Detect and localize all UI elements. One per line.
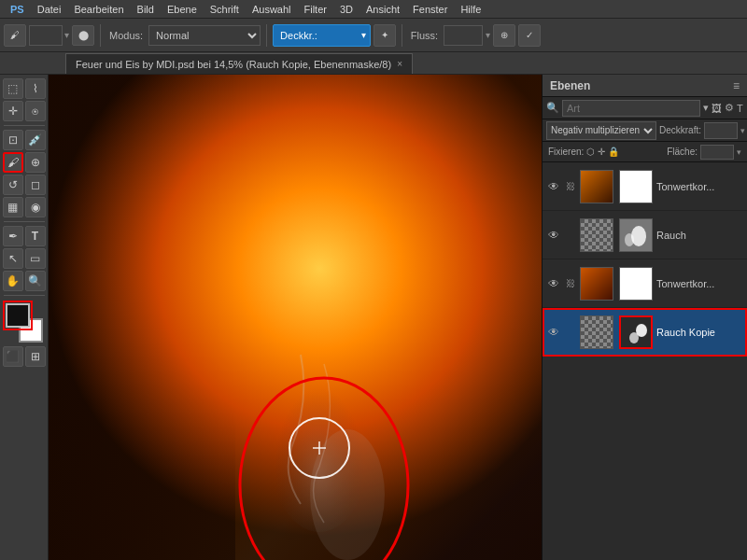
layer-item-rauch-kopie[interactable]: 👁 Rauch Kopie bbox=[543, 308, 747, 357]
tool-row-1: ⬚ ⌇ bbox=[3, 78, 46, 99]
menu-schrift[interactable]: Schrift bbox=[204, 0, 246, 19]
color-box-container bbox=[4, 303, 45, 343]
fix-icon-3[interactable]: 🔒 bbox=[608, 147, 619, 157]
layer-visibility-2[interactable]: 👁 bbox=[546, 228, 561, 243]
shape-tool[interactable]: ▭ bbox=[25, 248, 46, 269]
brush-size-input[interactable]: 597 bbox=[29, 25, 63, 46]
deckkraft-label: Deckkraft: bbox=[659, 125, 701, 135]
layer-name-1: Tonwertkor... bbox=[656, 181, 743, 192]
blur-tool[interactable]: ◉ bbox=[25, 197, 46, 217]
layers-icon-1[interactable]: 🖼 bbox=[712, 103, 722, 114]
tool-row-5: ↺ ◻ bbox=[3, 175, 46, 195]
menu-bild[interactable]: Bild bbox=[131, 0, 161, 19]
clone-tool[interactable]: ⊕ bbox=[25, 152, 46, 173]
layer-thumb-4 bbox=[580, 315, 613, 349]
fix-icon-1[interactable]: ⬡ bbox=[586, 147, 595, 157]
layers-blend-mode-select[interactable]: Negativ multiplizieren Normal Multiplizi… bbox=[546, 121, 656, 140]
tool-row-4: 🖌 ⊕ bbox=[3, 152, 46, 173]
layers-filter-icon[interactable]: ▾ bbox=[703, 102, 709, 114]
deckkraft-input[interactable]: 100% bbox=[322, 25, 359, 46]
hand-tool[interactable]: ✋ bbox=[3, 271, 23, 291]
menu-filter[interactable]: Filter bbox=[298, 0, 333, 19]
layer-name-4: Rauch Kopie bbox=[656, 327, 743, 338]
tool-row-2: ✛ ⍟ bbox=[3, 101, 46, 121]
fluss-input[interactable]: 100% bbox=[444, 25, 483, 46]
gradient-tool[interactable]: ▦ bbox=[3, 197, 23, 217]
fixieren-label: Fixieren: bbox=[548, 147, 584, 157]
layers-search-input[interactable] bbox=[562, 100, 700, 117]
menu-ebene[interactable]: Ebene bbox=[161, 0, 204, 19]
layers-icon-2[interactable]: ⚙ bbox=[725, 102, 734, 114]
eraser-tool[interactable]: ◻ bbox=[25, 175, 46, 195]
brush-preset-button[interactable]: ⬤ bbox=[72, 25, 94, 46]
pen-tool[interactable]: ✒ bbox=[3, 226, 23, 246]
layer-mask-thumb-2 bbox=[619, 218, 653, 252]
svg-point-3 bbox=[310, 429, 385, 560]
zoom-tool[interactable]: 🔍 bbox=[25, 271, 46, 291]
layer-mask-thumb-1 bbox=[619, 170, 653, 203]
toolbar: 🖌 597 ▾ ⬤ Modus: Normal Aufhellen Abdunk… bbox=[0, 19, 747, 52]
layer-visibility-4[interactable]: 👁 bbox=[546, 325, 561, 340]
flache-label: Fläche: bbox=[667, 147, 698, 157]
document-tab[interactable]: Feuer und Eis by MDI.psd bei 14,5% (Rauc… bbox=[65, 53, 413, 74]
menu-fenster[interactable]: Fenster bbox=[406, 0, 454, 19]
mask-mode-btn[interactable]: ⬛ bbox=[3, 346, 23, 367]
flache-input[interactable]: 100% bbox=[700, 145, 734, 160]
eyedropper-tool[interactable]: 💉 bbox=[25, 130, 46, 150]
menu-bearbeiten[interactable]: Bearbeiten bbox=[67, 0, 130, 19]
svg-point-9 bbox=[631, 226, 646, 246]
menu-hilfe[interactable]: Hilfe bbox=[454, 0, 487, 19]
lasso-tool[interactable]: ⌇ bbox=[25, 78, 46, 99]
layer-info-4: Rauch Kopie bbox=[656, 327, 743, 338]
toolbox: ⬚ ⌇ ✛ ⍟ ⊡ 💉 🖌 ⊕ ↺ ◻ ▦ ◉ ✒ T ↖ bbox=[0, 75, 49, 560]
magic-wand-tool[interactable]: ⍟ bbox=[25, 101, 46, 121]
layer-name-3: Tonwertkor... bbox=[656, 278, 743, 289]
tool-sep-2 bbox=[4, 221, 45, 222]
fix-icon-2[interactable]: ✛ bbox=[598, 147, 605, 157]
tool-row-9: ✋ 🔍 bbox=[3, 271, 46, 291]
svg-point-10 bbox=[625, 233, 634, 246]
layer-visibility-1[interactable]: 👁 bbox=[546, 179, 561, 194]
menu-ansicht[interactable]: Ansicht bbox=[359, 0, 406, 19]
layer-item-tonwertkor-2[interactable]: 👁 ⛓ Tonwertkor... bbox=[543, 259, 747, 308]
menu-ps[interactable]: PS bbox=[4, 0, 31, 19]
brush-tool-button[interactable]: 🖌 bbox=[4, 24, 26, 47]
marquee-tool[interactable]: ⬚ bbox=[3, 78, 23, 99]
layer-item-tonwertkor-1[interactable]: 👁 ⛓ Tonwertkor... bbox=[543, 162, 747, 211]
tab-bar: Feuer und Eis by MDI.psd bei 14,5% (Rauc… bbox=[0, 52, 747, 75]
history-brush-tool[interactable]: ↺ bbox=[3, 175, 23, 195]
fluss-label: Fluss: bbox=[408, 30, 441, 41]
menu-auswahl[interactable]: Auswahl bbox=[246, 0, 298, 19]
layer-info-3: Tonwertkor... bbox=[656, 278, 743, 289]
foreground-color-box[interactable] bbox=[6, 303, 30, 328]
layer-visibility-3[interactable]: 👁 bbox=[546, 276, 561, 291]
text-tool[interactable]: T bbox=[25, 226, 46, 246]
crop-tool[interactable]: ⊡ bbox=[3, 130, 23, 150]
menu-3d[interactable]: 3D bbox=[333, 0, 359, 19]
layer-mask-thumb-3 bbox=[619, 267, 653, 301]
layers-icon-3[interactable]: T bbox=[737, 103, 743, 114]
tab-title: Feuer und Eis by MDI.psd bei 14,5% (Rauc… bbox=[76, 59, 391, 70]
svg-rect-8 bbox=[581, 171, 613, 203]
layer-chain-1: ⛓ bbox=[565, 179, 576, 194]
layer-item-rauch[interactable]: 👁 Rauch bbox=[543, 211, 747, 259]
extra-btn-2[interactable]: ✓ bbox=[518, 24, 541, 47]
menu-datei[interactable]: Datei bbox=[31, 0, 68, 19]
extra-btn-1[interactable]: ⊕ bbox=[493, 24, 515, 47]
deckkraft-input[interactable]: 100% bbox=[704, 122, 738, 139]
screen-mode-btn[interactable]: ⊞ bbox=[25, 346, 46, 367]
modus-select[interactable]: Normal Aufhellen Abdunkeln Multipliziere… bbox=[148, 25, 261, 46]
deckkr-label: Deckkr.: bbox=[277, 30, 320, 41]
move-tool[interactable]: ✛ bbox=[3, 101, 23, 121]
tab-close-button[interactable]: × bbox=[397, 59, 402, 69]
layers-collapse-icon[interactable]: ≡ bbox=[733, 79, 740, 92]
brush-tool[interactable]: 🖌 bbox=[3, 152, 23, 173]
layer-link-2 bbox=[565, 228, 576, 243]
layer-thumb-3 bbox=[580, 267, 613, 301]
tool-row-7: ✒ T bbox=[3, 226, 46, 246]
layer-link-4 bbox=[565, 325, 576, 340]
tool-row-8: ↖ ▭ bbox=[3, 248, 46, 269]
path-selection-tool[interactable]: ↖ bbox=[3, 248, 23, 269]
layer-mask-thumb-4 bbox=[619, 315, 653, 349]
airbrush-button[interactable]: ✦ bbox=[374, 24, 396, 47]
